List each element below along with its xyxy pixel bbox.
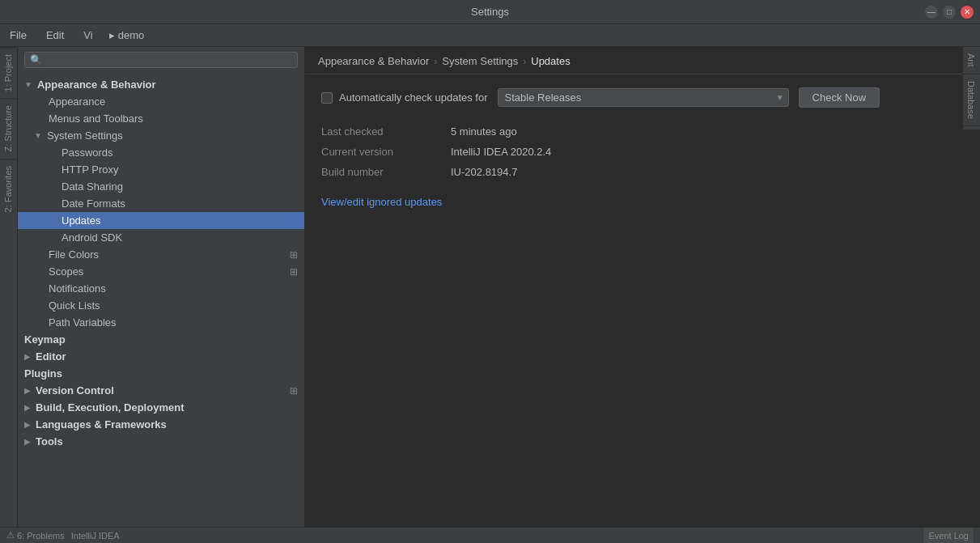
check-now-button[interactable]: Check Now xyxy=(799,87,880,108)
arrow-appearance-behavior: ▼ xyxy=(24,80,32,89)
last-checked-label: Last checked xyxy=(321,124,451,139)
auto-check-row: Automatically check updates for Stable R… xyxy=(321,87,946,108)
settings-content-panel: Appearance & Behavior › System Settings … xyxy=(305,47,962,527)
event-log-button[interactable]: Event Log xyxy=(923,528,974,544)
tree-item-updates[interactable]: Updates xyxy=(18,212,304,229)
auto-check-checkbox[interactable] xyxy=(321,92,333,104)
tree-item-editor[interactable]: ▶Editor xyxy=(18,348,304,365)
close-button[interactable]: ✕ xyxy=(961,6,974,19)
tree-scroll-area[interactable]: ▼Appearance & BehaviorAppearanceMenus an… xyxy=(18,73,304,527)
last-checked-value: 5 minutes ago xyxy=(451,124,946,139)
update-channel-dropdown-wrapper: Stable Releases Early Access Program ▼ xyxy=(498,88,789,107)
tree-item-quick-lists[interactable]: Quick Lists xyxy=(18,297,304,314)
vtab-database[interactable]: Database xyxy=(963,74,980,126)
tree-label-appearance: Appearance xyxy=(49,95,105,108)
settings-tree-panel: 🔍 ▼Appearance & BehaviorAppearanceMenus … xyxy=(18,47,305,527)
search-input[interactable] xyxy=(45,54,292,66)
tree-label-appearance-behavior: Appearance & Behavior xyxy=(37,78,156,91)
breadcrumb-sep-2: › xyxy=(523,56,526,67)
menu-edit[interactable]: Edit xyxy=(43,28,67,43)
project-name: demo xyxy=(118,29,145,41)
view-edit-link[interactable]: View/edit ignored updates xyxy=(321,196,442,208)
project-icon: ▸ xyxy=(109,29,115,41)
tree-item-version-control[interactable]: ▶Version Control⊞ xyxy=(18,382,304,399)
tree-icon-file-colors: ⊞ xyxy=(290,249,298,261)
arrow-tools: ▶ xyxy=(24,437,31,446)
current-version-label: Current version xyxy=(321,144,451,159)
tree-icon-version-control: ⊞ xyxy=(290,385,298,397)
problems-status[interactable]: ⚠ 6: Problems xyxy=(6,530,65,541)
tree-icon-scopes: ⊞ xyxy=(290,266,298,278)
auto-check-text: Automatically check updates for xyxy=(339,91,488,104)
status-bar-right: Event Log xyxy=(923,528,974,544)
project-name-label: ▸ demo xyxy=(109,29,145,41)
tree-label-plugins: Plugins xyxy=(24,367,62,380)
updates-panel: Automatically check updates for Stable R… xyxy=(305,74,962,527)
tree-label-system-settings: System Settings xyxy=(47,129,123,142)
tree-item-keymap[interactable]: Keymap xyxy=(18,331,304,348)
breadcrumb-part-2[interactable]: System Settings xyxy=(442,55,518,67)
tree-label-tools: Tools xyxy=(36,435,63,448)
vtab-favorites[interactable]: 2: Favorites xyxy=(0,159,17,218)
ide-main: 1: Project Z: Structure 2: Favorites 🔍 ▼… xyxy=(0,47,980,527)
tree-label-menus-toolbars: Menus and Toolbars xyxy=(49,112,143,125)
tree-item-appearance[interactable]: Appearance xyxy=(18,93,304,110)
current-version-value: IntelliJ IDEA 2020.2.4 xyxy=(451,144,946,159)
tree-label-version-control: Version Control xyxy=(36,384,114,397)
breadcrumb-part-1[interactable]: Appearance & Behavior xyxy=(318,55,429,67)
tree-item-path-variables[interactable]: Path Variables xyxy=(18,314,304,331)
tree-item-android-sdk[interactable]: Android SDK xyxy=(18,229,304,246)
right-vertical-tabs: Ant Database xyxy=(962,47,980,527)
tree-item-build-execution[interactable]: ▶Build, Execution, Deployment xyxy=(18,399,304,416)
tree-label-scopes: Scopes xyxy=(49,265,83,278)
arrow-languages-frameworks: ▶ xyxy=(24,420,31,429)
build-number-value: IU-202.8194.7 xyxy=(451,164,946,180)
tree-item-passwords[interactable]: Passwords xyxy=(18,144,304,161)
vtab-project[interactable]: 1: Project xyxy=(0,47,17,98)
tree-label-file-colors: File Colors xyxy=(49,248,99,261)
minimize-button[interactable]: — xyxy=(925,6,938,19)
status-bar-left: ⚠ 6: Problems IntelliJ IDEA xyxy=(6,530,120,541)
problems-text: 6: Problems xyxy=(17,531,65,541)
tree-label-android-sdk: Android SDK xyxy=(62,231,122,244)
ide-name-status: IntelliJ IDEA xyxy=(71,530,120,541)
tree-item-tools[interactable]: ▶Tools xyxy=(18,433,304,450)
tree-item-appearance-behavior[interactable]: ▼Appearance & Behavior xyxy=(18,76,304,93)
warning-icon: ⚠ xyxy=(6,530,15,541)
tree-label-path-variables: Path Variables xyxy=(49,316,117,329)
tree-item-scopes[interactable]: Scopes⊞ xyxy=(18,263,304,280)
vtab-structure[interactable]: Z: Structure xyxy=(0,98,17,158)
update-channel-select[interactable]: Stable Releases Early Access Program xyxy=(498,88,789,107)
tree-label-editor: Editor xyxy=(36,350,66,363)
vtab-ant[interactable]: Ant xyxy=(963,47,980,74)
window-controls: — □ ✕ xyxy=(925,6,974,19)
tree-label-http-proxy: HTTP Proxy xyxy=(62,163,119,176)
status-bar: ⚠ 6: Problems IntelliJ IDEA Event Log xyxy=(0,527,980,543)
tree-label-passwords: Passwords xyxy=(62,146,113,159)
menu-file[interactable]: File xyxy=(6,28,30,43)
search-box[interactable]: 🔍 xyxy=(24,52,298,68)
tree-item-plugins[interactable]: Plugins xyxy=(18,365,304,382)
tree-item-languages-frameworks[interactable]: ▶Languages & Frameworks xyxy=(18,416,304,433)
arrow-build-execution: ▶ xyxy=(24,403,31,412)
tree-label-quick-lists: Quick Lists xyxy=(49,299,100,312)
tree-item-system-settings[interactable]: ▼System Settings xyxy=(18,127,304,144)
build-number-label: Build number xyxy=(321,164,451,180)
arrow-editor: ▶ xyxy=(24,352,31,361)
tree-item-file-colors[interactable]: File Colors⊞ xyxy=(18,246,304,263)
dialog-title: Settings xyxy=(471,6,509,18)
tree-item-notifications[interactable]: Notifications xyxy=(18,280,304,297)
tree-item-date-formats[interactable]: Date Formats xyxy=(18,195,304,212)
arrow-system-settings: ▼ xyxy=(34,131,42,140)
tree-label-updates: Updates xyxy=(62,214,100,227)
settings-dialog: 🔍 ▼Appearance & BehaviorAppearanceMenus … xyxy=(18,47,962,527)
search-icon: 🔍 xyxy=(30,54,42,66)
menu-view[interactable]: Vi xyxy=(80,28,95,43)
tree-item-http-proxy[interactable]: HTTP Proxy xyxy=(18,161,304,178)
maximize-button[interactable]: □ xyxy=(943,6,956,19)
left-vertical-tabs: 1: Project Z: Structure 2: Favorites xyxy=(0,47,18,527)
tree-item-menus-toolbars[interactable]: Menus and Toolbars xyxy=(18,110,304,127)
tree-item-data-sharing[interactable]: Data Sharing xyxy=(18,178,304,195)
breadcrumb-part-3: Updates xyxy=(531,55,570,67)
auto-check-label[interactable]: Automatically check updates for xyxy=(321,91,488,104)
